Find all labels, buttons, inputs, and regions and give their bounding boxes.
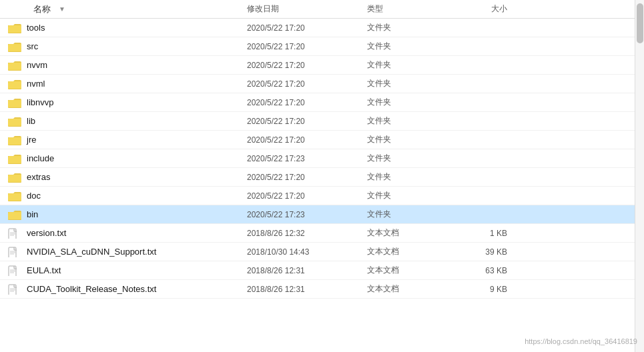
table-row[interactable]: nvml2020/5/22 17:20文件夹 [0, 75, 635, 93]
file-name-text: extras [27, 172, 50, 182]
main-content: 名称 ▼ 修改日期 类型 大小 tools2020/5/22 17:20文件夹 [0, 0, 644, 352]
table-row[interactable]: version.txt2018/8/26 12:32文本文档1 KB [0, 224, 635, 243]
file-explorer: 名称 ▼ 修改日期 类型 大小 tools2020/5/22 17:20文件夹 [0, 0, 644, 352]
header-date[interactable]: 修改日期 [247, 3, 367, 15]
folder-icon [8, 172, 21, 183]
table-header: 名称 ▼ 修改日期 类型 大小 [0, 0, 635, 19]
scrollbar-thumb[interactable] [637, 3, 643, 43]
file-name-cell: extras [0, 172, 247, 183]
table-row[interactable]: libnvvp2020/5/22 17:20文件夹 [0, 93, 635, 112]
file-name-cell: nvvm [0, 60, 247, 71]
table-row[interactable]: CUDA_Toolkit_Release_Notes.txt2018/8/26 … [0, 280, 635, 299]
folder-icon [8, 209, 21, 220]
file-icon [8, 265, 21, 276]
table-row[interactable]: lib2020/5/22 17:20文件夹 [0, 112, 635, 131]
header-type[interactable]: 类型 [367, 3, 454, 15]
folder-icon [8, 153, 21, 164]
file-name-text: tools [27, 23, 45, 33]
file-type: 文件夹 [367, 41, 454, 52]
file-date: 2018/10/30 14:43 [247, 247, 367, 257]
file-name-cell: EULA.txt [0, 265, 247, 276]
svg-rect-13 [8, 137, 21, 145]
file-date: 2020/5/22 17:20 [247, 98, 367, 107]
svg-rect-7 [8, 81, 21, 89]
svg-rect-1 [8, 25, 21, 33]
file-name-text: EULA.txt [27, 265, 61, 275]
watermark: https://blog.csdn.net/qq_36416819 [525, 337, 637, 345]
file-name-text: version.txt [27, 228, 66, 238]
file-type: 文件夹 [367, 22, 454, 33]
file-name-text: jre [27, 135, 36, 145]
svg-rect-15 [8, 156, 21, 163]
folder-icon [8, 79, 21, 89]
file-type: 文本文档 [367, 227, 454, 239]
folder-icon [8, 116, 21, 127]
table-row[interactable]: NVIDIA_SLA_cuDNN_Support.txt2018/10/30 1… [0, 243, 635, 261]
file-size: 9 KB [454, 285, 521, 294]
header-name[interactable]: 名称 ▼ [0, 3, 247, 15]
file-name-text: doc [27, 191, 41, 201]
table-row[interactable]: doc2020/5/22 17:20文件夹 [0, 187, 635, 205]
file-name-cell: tools [0, 23, 247, 33]
file-type: 文本文档 [367, 246, 454, 257]
folder-icon [8, 41, 21, 52]
file-name-cell: jre [0, 135, 247, 145]
table-row[interactable]: tools2020/5/22 17:20文件夹 [0, 19, 635, 37]
file-name-cell: NVIDIA_SLA_cuDNN_Support.txt [0, 247, 247, 257]
file-table: 名称 ▼ 修改日期 类型 大小 tools2020/5/22 17:20文件夹 [0, 0, 635, 352]
table-row[interactable]: jre2020/5/22 17:20文件夹 [0, 131, 635, 149]
table-row[interactable]: EULA.txt2018/8/26 12:31文本文档63 KB [0, 261, 635, 280]
file-date: 2018/8/26 12:31 [247, 266, 367, 275]
table-row[interactable]: bin2020/5/22 17:23文件夹 [0, 205, 635, 224]
svg-rect-9 [8, 100, 21, 107]
file-size: 39 KB [454, 247, 521, 257]
svg-rect-5 [8, 63, 21, 70]
file-type: 文件夹 [367, 134, 454, 145]
folder-icon [8, 135, 21, 145]
file-date: 2020/5/22 17:20 [247, 23, 367, 33]
file-icon [8, 247, 21, 257]
table-row[interactable]: include2020/5/22 17:23文件夹 [0, 149, 635, 168]
file-name-text: nvml [27, 79, 45, 89]
file-date: 2020/5/22 17:20 [247, 117, 367, 126]
svg-rect-21 [8, 212, 21, 219]
file-name-text: src [27, 41, 38, 51]
file-type: 文件夹 [367, 171, 454, 183]
file-date: 2020/5/22 17:23 [247, 210, 367, 219]
file-type: 文件夹 [367, 97, 454, 108]
file-name-cell: libnvvp [0, 97, 247, 108]
table-row[interactable]: nvvm2020/5/22 17:20文件夹 [0, 56, 635, 75]
file-date: 2020/5/22 17:20 [247, 79, 367, 89]
svg-rect-11 [8, 119, 21, 126]
file-date: 2020/5/22 17:20 [247, 173, 367, 182]
file-name-cell: version.txt [0, 228, 247, 239]
file-icon [8, 284, 21, 295]
file-name-text: libnvvp [27, 97, 53, 107]
file-type: 文本文档 [367, 283, 454, 295]
file-name-cell: lib [0, 116, 247, 127]
svg-rect-3 [8, 44, 21, 51]
file-date: 2020/5/22 17:20 [247, 61, 367, 70]
file-date: 2020/5/22 17:20 [247, 191, 367, 201]
table-row[interactable]: src2020/5/22 17:20文件夹 [0, 37, 635, 56]
file-date: 2020/5/22 17:23 [247, 154, 367, 163]
file-name-cell: src [0, 41, 247, 52]
file-date: 2018/8/26 12:32 [247, 229, 367, 238]
file-date: 2020/5/22 17:20 [247, 42, 367, 51]
file-date: 2018/8/26 12:31 [247, 285, 367, 294]
file-type: 文件夹 [367, 153, 454, 164]
file-type: 文件夹 [367, 190, 454, 201]
file-type: 文件夹 [367, 209, 454, 220]
file-name-text: bin [27, 209, 38, 219]
folder-icon [8, 60, 21, 71]
svg-rect-17 [8, 175, 21, 182]
sort-icon: ▼ [59, 5, 65, 13]
file-rows-container: tools2020/5/22 17:20文件夹 src2020/5/22 17:… [0, 19, 635, 299]
file-type: 文件夹 [367, 115, 454, 127]
file-size: 1 KB [454, 229, 521, 238]
table-row[interactable]: extras2020/5/22 17:20文件夹 [0, 168, 635, 187]
scrollbar[interactable] [635, 0, 644, 352]
file-date: 2020/5/22 17:20 [247, 135, 367, 145]
header-size[interactable]: 大小 [454, 3, 521, 15]
file-icon [8, 228, 21, 239]
